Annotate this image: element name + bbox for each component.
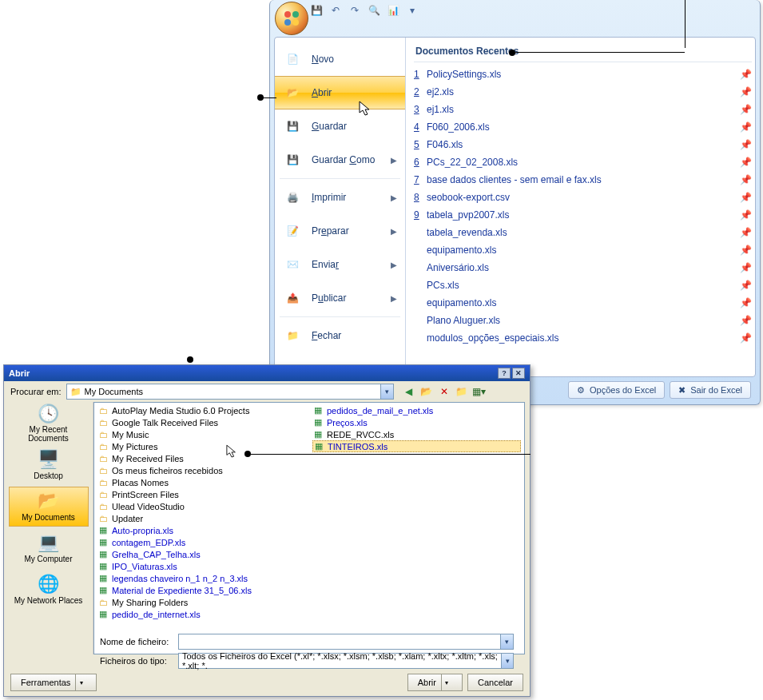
delete-icon[interactable]: ✕ bbox=[437, 384, 451, 399]
help-button[interactable]: ? bbox=[498, 368, 511, 379]
pin-icon[interactable]: 📌 bbox=[740, 139, 752, 150]
dialog-titlebar[interactable]: Abrir ? ✕ bbox=[4, 365, 530, 381]
recent-document-item[interactable]: PCs.xls📌 bbox=[414, 276, 752, 294]
recent-document-item[interactable]: 4F060_2006.xls📌 bbox=[414, 118, 752, 136]
pin-icon[interactable]: 📌 bbox=[740, 280, 752, 291]
place-my-documents[interactable]: 📂My Documents bbox=[9, 487, 89, 527]
file-list[interactable]: 🗀AutoPlay Media Studio 6.0 Projects🗀Goog… bbox=[93, 402, 525, 654]
file-item[interactable]: ▦Auto-propria.xls bbox=[97, 524, 306, 536]
filename-input[interactable]: ▾ bbox=[178, 634, 514, 650]
place-network[interactable]: 🌐My Network Places bbox=[9, 570, 89, 610]
pin-icon[interactable]: 📌 bbox=[740, 69, 752, 80]
file-name: legendas chaveiro n_1 n_2 n_3.xls bbox=[112, 574, 248, 583]
file-item[interactable]: ▦Grelha_CAP_Telha.xls bbox=[97, 548, 306, 560]
recent-document-item[interactable]: equipamento.xls📌 bbox=[414, 294, 752, 312]
place-desktop[interactable]: 🖥️Desktop bbox=[9, 445, 89, 485]
recent-document-item[interactable]: 6PCs_22_02_2008.xls📌 bbox=[414, 153, 752, 171]
pin-icon[interactable]: 📌 bbox=[740, 174, 752, 185]
place-recent[interactable]: 🕓My Recent Documents bbox=[9, 404, 89, 443]
file-item[interactable]: ▦pedidos_de_mail_e_net.xls bbox=[312, 404, 521, 416]
recent-filename: seobook-export.csv bbox=[427, 192, 740, 203]
pin-icon[interactable]: 📌 bbox=[740, 86, 752, 97]
pin-icon[interactable]: 📌 bbox=[740, 245, 752, 256]
place-my-computer[interactable]: 💻My Computer bbox=[9, 528, 89, 568]
menu-item-print[interactable]: 🖨️ Imprimir ▶ bbox=[275, 181, 405, 214]
recent-document-item[interactable]: 1PolicySettings.xls📌 bbox=[414, 66, 752, 83]
redo-icon[interactable]: ↷ bbox=[347, 2, 363, 18]
pin-icon[interactable]: 📌 bbox=[740, 192, 752, 203]
save-icon[interactable]: 💾 bbox=[308, 2, 324, 18]
file-item[interactable]: 🗀Google Talk Received Files bbox=[97, 416, 306, 428]
file-item[interactable]: ▦TINTEIROS.xls bbox=[312, 440, 521, 452]
file-item[interactable]: ▦contagem_EDP.xls bbox=[97, 536, 306, 548]
recent-document-item[interactable]: 5F046.xls📌 bbox=[414, 136, 752, 153]
office-button[interactable] bbox=[275, 2, 308, 35]
undo-icon[interactable]: ↶ bbox=[328, 2, 344, 18]
file-item[interactable]: ▦Preços.xls bbox=[312, 416, 521, 428]
menu-item-open[interactable]: 📂 Abrir bbox=[275, 76, 405, 109]
menu-item-new[interactable]: 📄 Novo bbox=[275, 42, 405, 76]
new-folder-icon[interactable]: 📁 bbox=[455, 384, 469, 399]
pin-icon[interactable]: 📌 bbox=[740, 227, 752, 238]
cancel-button[interactable]: Cancelar bbox=[467, 674, 523, 691]
pin-icon[interactable]: 📌 bbox=[740, 297, 752, 308]
file-item[interactable]: 🗀PrintScreen Files bbox=[97, 488, 306, 500]
file-item[interactable]: 🗀Placas Nomes bbox=[97, 476, 306, 488]
filetype-combo[interactable]: Todos os Ficheiros do Excel (*.xl*; *.xl… bbox=[178, 653, 514, 669]
pin-icon[interactable]: 📌 bbox=[740, 121, 752, 133]
file-item[interactable]: 🗀AutoPlay Media Studio 6.0 Projects bbox=[97, 404, 306, 416]
recent-index: 8 bbox=[414, 192, 427, 203]
file-item[interactable]: 🗀My Sharing Folders bbox=[97, 596, 306, 608]
filename-label: Nome de ficheiro: bbox=[100, 637, 173, 646]
menu-item-save[interactable]: 💾 Guardar bbox=[275, 109, 405, 143]
file-item[interactable]: ▦Material de Expediente 31_5_06.xls bbox=[97, 584, 306, 596]
pin-icon[interactable]: 📌 bbox=[740, 157, 752, 168]
recent-document-item[interactable]: Aniversário.xls📌 bbox=[414, 259, 752, 276]
file-item[interactable]: 🗀My Music bbox=[97, 428, 306, 440]
recent-document-item[interactable]: Plano Aluguer.xls📌 bbox=[414, 312, 752, 329]
look-in-combo[interactable]: 📁 My Documents ▾ bbox=[66, 384, 394, 400]
pin-icon[interactable]: 📌 bbox=[740, 332, 752, 344]
recent-document-item[interactable]: 7base dados clientes - sem email e fax.x… bbox=[414, 171, 752, 189]
tools-button[interactable]: Ferramentas▾ bbox=[10, 674, 97, 691]
pin-icon[interactable]: 📌 bbox=[740, 104, 752, 115]
menu-item-send[interactable]: ✉️ Enviar ▶ bbox=[275, 248, 405, 281]
exit-excel-button[interactable]: ✖ Sair do Excel bbox=[670, 381, 751, 399]
xls-file-icon: ▦ bbox=[312, 429, 324, 439]
recent-document-item[interactable]: 2ej2.xls📌 bbox=[414, 83, 752, 101]
qat-customize-icon[interactable]: ▾ bbox=[404, 2, 420, 18]
file-item[interactable]: ▦pedido_de_internet.xls bbox=[97, 608, 306, 620]
open-button[interactable]: Abrir▾ bbox=[407, 674, 463, 691]
chevron-down-icon[interactable]: ▾ bbox=[380, 384, 393, 399]
folder-icon: 🗀 bbox=[97, 598, 109, 607]
file-item[interactable]: 🗀Ulead VideoStudio bbox=[97, 500, 306, 512]
file-item[interactable]: ▦IPO_Viaturas.xls bbox=[97, 560, 306, 572]
close-button[interactable]: ✕ bbox=[512, 368, 525, 379]
menu-item-save-as[interactable]: 💾 Guardar Como ▶ bbox=[275, 143, 405, 177]
file-item[interactable]: 🗀Updater bbox=[97, 512, 306, 524]
pin-icon[interactable]: 📌 bbox=[740, 262, 752, 273]
recent-document-item[interactable]: modulos_opções_especiais.xls📌 bbox=[414, 329, 752, 347]
chevron-down-icon[interactable]: ▾ bbox=[500, 634, 513, 649]
file-item[interactable]: 🗀My Pictures bbox=[97, 440, 306, 452]
chart-icon[interactable]: 📊 bbox=[385, 2, 401, 18]
file-item[interactable]: ▦legendas chaveiro n_1 n_2 n_3.xls bbox=[97, 572, 306, 584]
recent-document-item[interactable]: 9tabela_pvp2007.xls📌 bbox=[414, 206, 752, 224]
file-item[interactable]: 🗀Os meus ficheiros recebidos bbox=[97, 464, 306, 476]
pin-icon[interactable]: 📌 bbox=[740, 209, 752, 221]
recent-document-item[interactable]: equipamento.xls📌 bbox=[414, 241, 752, 259]
menu-item-publish[interactable]: 📤 Publicar ▶ bbox=[275, 281, 405, 315]
menu-item-close[interactable]: 📁 Fechar bbox=[275, 319, 405, 352]
recent-document-item[interactable]: 8seobook-export.csv📌 bbox=[414, 189, 752, 206]
up-one-level-icon[interactable]: 📂 bbox=[419, 384, 434, 399]
excel-options-button[interactable]: ⚙ Opções do Excel bbox=[568, 381, 665, 399]
print-preview-icon[interactable]: 🔍 bbox=[366, 2, 382, 18]
recent-document-item[interactable]: tabela_revenda.xls📌 bbox=[414, 224, 752, 241]
pin-icon[interactable]: 📌 bbox=[740, 315, 752, 326]
recent-document-item[interactable]: 3ej1.xls📌 bbox=[414, 101, 752, 118]
chevron-down-icon[interactable]: ▾ bbox=[501, 654, 513, 668]
views-icon[interactable]: ▦▾ bbox=[472, 384, 487, 399]
file-item[interactable]: ▦REDE_RVCC.xls bbox=[312, 428, 521, 440]
menu-item-prepare[interactable]: 📝 Preparar ▶ bbox=[275, 214, 405, 248]
back-icon[interactable]: ◀ bbox=[402, 384, 416, 399]
